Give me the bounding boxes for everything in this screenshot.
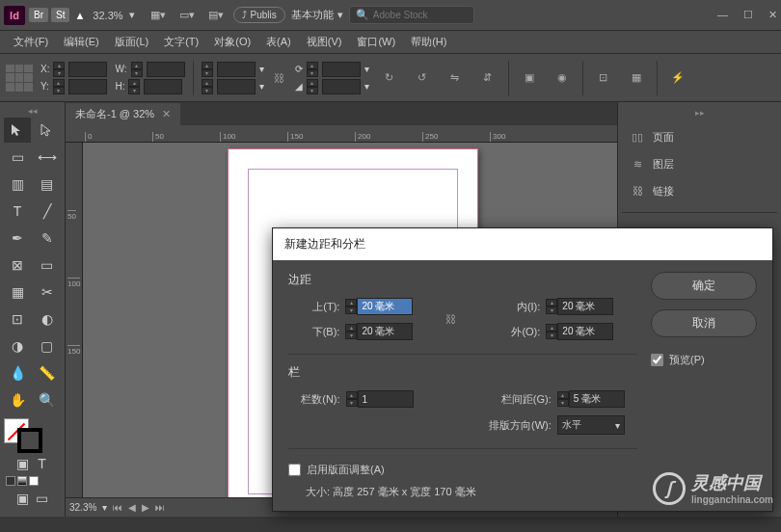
prev-page-icon[interactable]: ◀: [128, 502, 136, 513]
minimize-button[interactable]: —: [717, 9, 728, 21]
preview-checkbox[interactable]: [651, 354, 663, 366]
search-input[interactable]: [373, 10, 468, 20]
spin-down[interactable]: ▾: [202, 87, 213, 94]
spin-up[interactable]: ▴: [131, 62, 143, 69]
x-input[interactable]: [68, 62, 107, 77]
fill-frame-icon[interactable]: ▦: [624, 67, 649, 89]
apply-color[interactable]: [6, 476, 15, 486]
menu-layout[interactable]: 版面(L): [107, 33, 156, 51]
spin-down[interactable]: ▾: [546, 332, 557, 339]
screen-mode-icon[interactable]: ▭▾: [175, 6, 199, 25]
format-text-icon[interactable]: T: [34, 455, 51, 472]
panel-pages[interactable]: ▯▯ 页面: [622, 123, 777, 150]
menu-help[interactable]: 帮助(H): [403, 33, 454, 51]
document-tab[interactable]: 未命名-1 @ 32% ✕: [66, 103, 180, 125]
direct-selection-tool[interactable]: [34, 118, 61, 143]
spin-up[interactable]: ▴: [128, 79, 140, 87]
zoom-tool[interactable]: 🔍: [34, 387, 61, 412]
gutter-input[interactable]: [569, 390, 625, 408]
content-collector-tool[interactable]: ▥: [4, 172, 31, 197]
spin-down[interactable]: ▾: [53, 87, 65, 94]
spin-up[interactable]: ▴: [546, 324, 557, 332]
stock-button[interactable]: St: [51, 8, 69, 22]
fit-content-icon[interactable]: ⊡: [591, 67, 616, 89]
zoom-combo[interactable]: 32.3% ▾: [93, 9, 134, 21]
rectangle-tool[interactable]: ▭: [34, 253, 61, 278]
free-transform-tool[interactable]: ⊡: [4, 306, 31, 332]
panel-layers[interactable]: ≋ 图层: [622, 150, 777, 177]
maximize-button[interactable]: ☐: [743, 9, 753, 21]
scale-y-input[interactable]: [217, 79, 256, 94]
stroke-swatch[interactable]: [17, 428, 42, 453]
close-tab-icon[interactable]: ✕: [162, 108, 171, 120]
rotate-input[interactable]: [322, 62, 361, 77]
line-tool[interactable]: ╱: [34, 199, 61, 224]
bridge-button[interactable]: Br: [29, 8, 48, 22]
view-mode-preview[interactable]: ▭: [34, 490, 51, 507]
chevron-down-icon[interactable]: ▾: [364, 81, 369, 92]
spin-down[interactable]: ▾: [346, 399, 358, 407]
workspace-selector[interactable]: 基本功能 ▾: [291, 8, 343, 22]
eyedropper-tool[interactable]: 💧: [4, 360, 31, 386]
menu-view[interactable]: 视图(V): [299, 33, 350, 51]
status-zoom[interactable]: 32.3%: [69, 502, 96, 513]
top-input[interactable]: [357, 298, 413, 315]
panel-links[interactable]: ⛓ 链接: [622, 177, 777, 204]
menu-type[interactable]: 文字(T): [156, 33, 206, 51]
gap-tool[interactable]: ⟷: [34, 145, 61, 170]
view-options-icon[interactable]: ▦▾: [147, 6, 170, 25]
h-input[interactable]: [144, 79, 182, 94]
spin-down[interactable]: ▾: [546, 306, 557, 314]
w-input[interactable]: [147, 62, 185, 77]
gradient-feather-tool[interactable]: ◑: [4, 333, 31, 359]
horizontal-ruler[interactable]: 0 50 100 150 200 250 300: [66, 125, 617, 143]
spin-down[interactable]: ▾: [345, 332, 357, 339]
outside-input[interactable]: [557, 323, 613, 340]
pencil-tool[interactable]: ✎: [34, 226, 61, 251]
spin-down[interactable]: ▾: [53, 69, 65, 77]
gradient-swatch-tool[interactable]: ◐: [34, 306, 61, 332]
selection-tool[interactable]: [4, 118, 31, 143]
ok-button[interactable]: 确定: [651, 272, 757, 300]
format-container-icon[interactable]: ▣: [14, 455, 32, 472]
spin-down[interactable]: ▾: [131, 69, 143, 77]
cancel-button[interactable]: 取消: [651, 309, 757, 337]
page-tool[interactable]: ▭: [4, 145, 31, 170]
spin-down[interactable]: ▾: [307, 87, 318, 94]
spin-up[interactable]: ▴: [546, 299, 557, 306]
arrange-icon[interactable]: ▤▾: [204, 6, 228, 25]
table-tool[interactable]: ▦: [4, 279, 31, 305]
flip-h-icon[interactable]: ⇋: [443, 67, 468, 89]
spin-up[interactable]: ▴: [307, 79, 318, 87]
rectangle-frame-tool[interactable]: ⊠: [4, 253, 31, 278]
bolt-icon[interactable]: ⚡: [665, 67, 690, 89]
toolbox-handle[interactable]: ◂◂: [4, 106, 61, 116]
spin-down[interactable]: ▾: [307, 69, 318, 77]
spin-down[interactable]: ▾: [557, 399, 569, 407]
enable-layout-checkbox[interactable]: [288, 464, 301, 476]
view-mode-normal[interactable]: ▣: [14, 490, 32, 507]
flip-v-icon[interactable]: ⇵: [475, 67, 500, 89]
scale-x-input[interactable]: [217, 62, 256, 77]
preview-checkbox-row[interactable]: 预览(P): [651, 353, 757, 367]
rotate-ccw-icon[interactable]: ↺: [410, 67, 435, 89]
spin-down[interactable]: ▾: [202, 69, 213, 77]
inside-input[interactable]: [557, 298, 613, 315]
first-page-icon[interactable]: ⏮: [113, 502, 122, 513]
select-content-icon[interactable]: ◉: [550, 67, 575, 89]
spin-up[interactable]: ▴: [53, 62, 65, 69]
last-page-icon[interactable]: ⏭: [155, 502, 165, 513]
apply-none[interactable]: [29, 476, 39, 486]
menu-table[interactable]: 表(A): [258, 33, 299, 51]
hand-tool[interactable]: ✋: [4, 387, 31, 412]
direction-select[interactable]: 水平▾: [557, 415, 625, 435]
select-container-icon[interactable]: ▣: [517, 67, 542, 89]
reference-point-grid[interactable]: [6, 65, 33, 92]
type-tool[interactable]: T: [4, 199, 31, 224]
spin-up[interactable]: ▴: [345, 299, 357, 306]
next-page-icon[interactable]: ▶: [142, 502, 149, 513]
spin-up[interactable]: ▴: [346, 391, 358, 399]
spin-up[interactable]: ▴: [557, 391, 569, 399]
shear-input[interactable]: [322, 79, 361, 94]
spin-up[interactable]: ▴: [345, 324, 357, 332]
